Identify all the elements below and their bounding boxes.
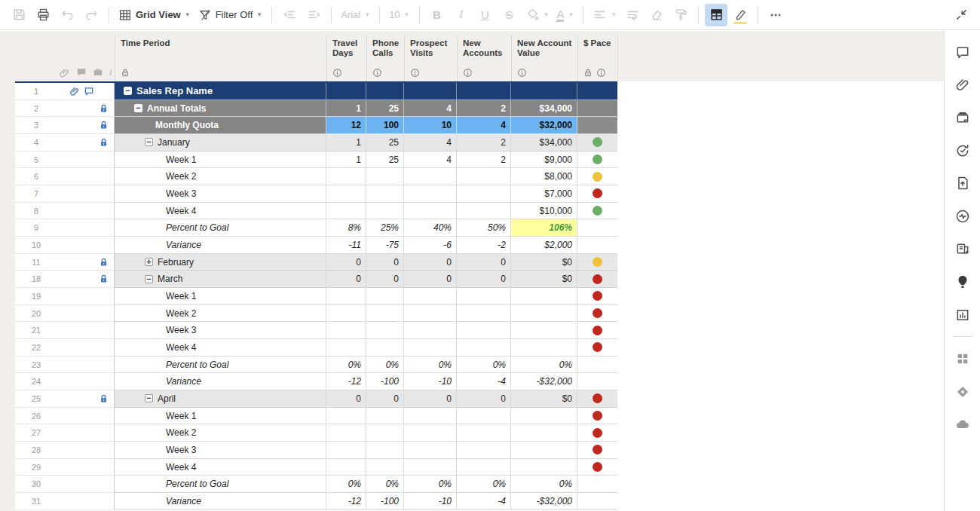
- cell-pace[interactable]: [577, 271, 617, 288]
- cell-time-period[interactable]: −Sales Rep Name: [115, 83, 326, 100]
- cell-value[interactable]: [457, 339, 511, 356]
- cell-value[interactable]: 12: [326, 117, 366, 134]
- row-number[interactable]: 27: [15, 428, 57, 437]
- cell-value[interactable]: [404, 288, 457, 305]
- cell-value[interactable]: [457, 185, 511, 203]
- cell-value[interactable]: [511, 408, 577, 425]
- cell-value[interactable]: [366, 339, 404, 356]
- cell-value[interactable]: 0: [326, 254, 366, 271]
- cell-value[interactable]: [511, 305, 577, 323]
- cell-value[interactable]: 106%: [511, 219, 577, 237]
- filter-selector[interactable]: Filter Off ▼: [195, 4, 266, 26]
- cell-pace[interactable]: [577, 254, 617, 271]
- row-number[interactable]: 11: [15, 258, 57, 267]
- cell-pace[interactable]: [577, 83, 617, 100]
- row-gutter[interactable]: 10: [15, 237, 115, 254]
- row-gutter[interactable]: 28: [15, 442, 115, 459]
- row-gutter[interactable]: 6: [15, 168, 115, 185]
- cell-value[interactable]: $0: [511, 390, 577, 408]
- fill-color-button[interactable]: ▼: [522, 4, 553, 26]
- cell-value[interactable]: 4: [457, 117, 511, 134]
- cell-time-period[interactable]: Monthly Quota: [115, 117, 326, 134]
- cell-value[interactable]: $32,000: [511, 117, 577, 134]
- row-gutter[interactable]: 19: [15, 288, 115, 305]
- row-number[interactable]: 4: [15, 138, 57, 147]
- row-number[interactable]: 8: [15, 207, 57, 216]
- cell-value[interactable]: $8,000: [511, 168, 577, 185]
- cell-value[interactable]: [511, 442, 577, 459]
- cell-value[interactable]: [457, 203, 511, 220]
- strikethrough-button[interactable]: S: [498, 4, 521, 26]
- font-size-selector[interactable]: 10 ▼: [386, 4, 412, 26]
- cell-value[interactable]: 0%: [457, 356, 511, 374]
- cell-value[interactable]: 25: [366, 100, 404, 118]
- collapse-toggle-icon[interactable]: −: [145, 138, 153, 146]
- row-number[interactable]: 7: [15, 189, 57, 198]
- cell-value[interactable]: [457, 168, 511, 185]
- sidebar-activity-icon[interactable]: [945, 200, 980, 233]
- bold-button[interactable]: B: [426, 4, 449, 26]
- cell-value[interactable]: 4: [404, 100, 457, 118]
- cell-value[interactable]: [366, 83, 404, 100]
- cell-value[interactable]: 0: [457, 271, 511, 288]
- cell-time-period[interactable]: +February: [115, 254, 326, 271]
- cell-value[interactable]: [326, 83, 366, 100]
- cell-value[interactable]: [457, 305, 511, 323]
- cell-pace[interactable]: [577, 373, 617, 390]
- row-gutter[interactable]: 21: [15, 322, 115, 339]
- column-header-time-period[interactable]: Time Period: [121, 38, 325, 48]
- row-number[interactable]: 1: [15, 87, 57, 96]
- sidebar-comment-icon[interactable]: [945, 35, 980, 69]
- cell-value[interactable]: 4: [404, 134, 457, 151]
- cell-pace[interactable]: [577, 134, 617, 151]
- cell-value[interactable]: 0%: [457, 476, 511, 493]
- cell-value[interactable]: [457, 459, 511, 476]
- row-gutter[interactable]: 24: [15, 373, 115, 390]
- cell-pace[interactable]: [577, 424, 617, 442]
- sidebar-balloon-icon[interactable]: [945, 265, 980, 298]
- cell-value[interactable]: [326, 408, 366, 425]
- save-button[interactable]: [8, 4, 30, 26]
- sidebar-cloud-icon[interactable]: [945, 408, 980, 442]
- cell-value[interactable]: [366, 305, 404, 323]
- row-number[interactable]: 3: [15, 121, 57, 130]
- cell-value[interactable]: [404, 424, 457, 442]
- cell-value[interactable]: 0%: [366, 476, 404, 493]
- cell-value[interactable]: [366, 459, 404, 476]
- cell-value[interactable]: [404, 339, 457, 356]
- row-gutter[interactable]: 18: [15, 271, 115, 288]
- cell-value[interactable]: -2: [457, 237, 511, 254]
- row-number[interactable]: 9: [15, 223, 57, 232]
- cell-pace[interactable]: [577, 442, 617, 459]
- cell-value[interactable]: [326, 322, 366, 339]
- cell-pace[interactable]: [577, 203, 617, 220]
- cell-value[interactable]: -100: [366, 493, 404, 510]
- collapse-toggle-icon[interactable]: −: [124, 87, 132, 95]
- sidebar-sync-check-icon[interactable]: [945, 134, 980, 167]
- cell-value[interactable]: [366, 408, 404, 425]
- wrap-text-button[interactable]: [621, 4, 644, 26]
- sidebar-tray-icon[interactable]: [945, 101, 980, 134]
- cell-value[interactable]: 0: [326, 271, 366, 288]
- cell-pace[interactable]: [577, 100, 617, 118]
- cell-value[interactable]: [511, 83, 577, 100]
- cell-value[interactable]: 0: [404, 254, 457, 271]
- cell-value[interactable]: 10: [404, 117, 457, 134]
- underline-button[interactable]: U: [474, 4, 497, 26]
- cell-value[interactable]: $10,000: [511, 203, 577, 220]
- cell-pace[interactable]: [577, 408, 617, 425]
- row-gutter[interactable]: 25: [15, 390, 115, 408]
- cell-value[interactable]: 0%: [366, 356, 404, 374]
- cell-value[interactable]: $0: [511, 271, 577, 288]
- cell-time-period[interactable]: Week 1: [115, 151, 326, 169]
- cell-time-period[interactable]: Percent to Goal: [115, 476, 326, 493]
- cell-value[interactable]: [366, 185, 404, 203]
- cell-pace[interactable]: [577, 322, 617, 339]
- cell-value[interactable]: [326, 168, 366, 185]
- row-gutter[interactable]: 23: [15, 356, 115, 374]
- cell-value[interactable]: 0%: [326, 356, 366, 374]
- cell-value[interactable]: 4: [404, 151, 457, 169]
- cell-value[interactable]: 0: [404, 271, 457, 288]
- row-gutter[interactable]: 22: [15, 339, 115, 356]
- row-gutter[interactable]: 29: [15, 459, 115, 476]
